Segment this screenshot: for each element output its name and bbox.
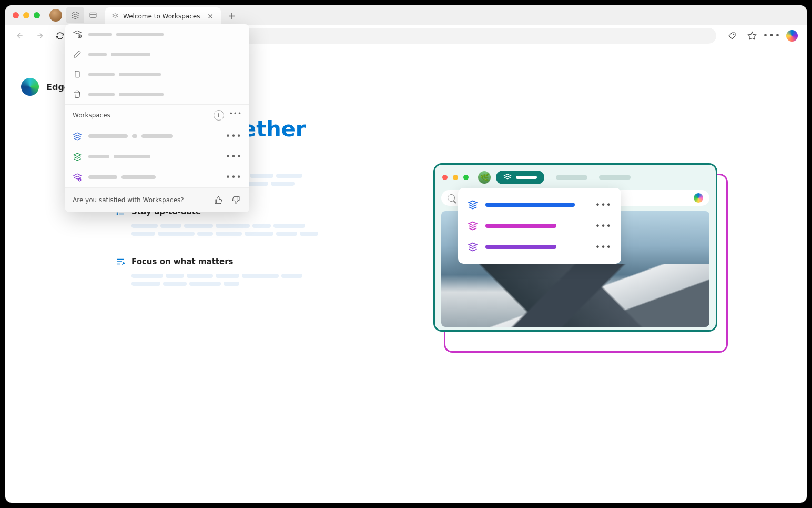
feature-title: Focus on what matters (131, 257, 234, 266)
section-more-button[interactable]: ••• (229, 110, 242, 121)
placeholder-text (131, 224, 326, 236)
forward-button[interactable] (32, 27, 48, 44)
workspace-icon (468, 242, 478, 252)
workspace-item[interactable]: ••• (65, 167, 249, 187)
back-button[interactable] (12, 27, 28, 44)
illus-close-icon (442, 175, 448, 180)
workspace-icon (468, 200, 478, 210)
svg-point-2 (733, 34, 734, 35)
workspaces-icon (503, 173, 512, 182)
illus-tab-placeholder (556, 175, 587, 180)
refresh-icon (56, 32, 64, 40)
maximize-window-button[interactable] (34, 12, 40, 18)
workspace-more-button[interactable]: ••• (226, 152, 242, 162)
dropdown-footer: Are you satisfied with Workspaces? (65, 187, 249, 212)
workspace-icon (73, 152, 82, 162)
new-tab-button[interactable]: + (224, 7, 240, 23)
manage-icon (73, 29, 82, 39)
workspace-more-button[interactable]: ••• (226, 131, 242, 141)
add-workspace-button[interactable]: + (214, 110, 224, 121)
workspace-item[interactable]: ••• (65, 126, 249, 146)
dropdown-section-header: Workspaces + ••• (65, 104, 249, 126)
more-icon: ••• (595, 221, 612, 231)
workspaces-dropdown: Workspaces + ••• ••• ••• ••• Are you sat… (65, 24, 249, 212)
workspace-icon (468, 221, 478, 231)
copilot-icon (694, 193, 703, 203)
thumbs-down-icon (232, 196, 240, 204)
illus-avatar-icon: 🌿 (478, 171, 491, 184)
titlebar: Welcome to Workspaces ✕ + (5, 5, 807, 25)
shopping-button[interactable] (724, 27, 740, 44)
pencil-icon (73, 49, 82, 59)
workspace-icon (73, 132, 82, 141)
focus-icon (116, 257, 125, 266)
illus-workspace-row: ••• (458, 236, 621, 257)
thumbs-up-icon (214, 196, 222, 204)
browser-tab[interactable]: Welcome to Workspaces ✕ (105, 7, 221, 25)
workspaces-icon (111, 13, 119, 20)
copilot-icon (786, 30, 798, 42)
illus-workspace-pill (496, 171, 544, 184)
feedback-question: Are you satisfied with Workspaces? (73, 196, 184, 204)
hero-illustration: 🌿 ••• (433, 163, 728, 353)
trash-icon (73, 89, 82, 99)
feature-item: Focus on what matters (116, 257, 326, 286)
svg-marker-3 (748, 32, 756, 39)
illus-row-label (485, 224, 556, 228)
profile-avatar[interactable] (49, 9, 62, 22)
dropdown-item-open[interactable] (65, 64, 249, 84)
workspaces-icon (70, 11, 80, 20)
search-icon (448, 194, 455, 202)
tab-close-button[interactable]: ✕ (206, 12, 215, 21)
svg-point-18 (78, 179, 79, 180)
svg-point-11 (117, 214, 118, 215)
more-icon: ••• (595, 242, 612, 252)
illus-workspace-row: ••• (458, 215, 621, 236)
tab-icon (89, 11, 97, 19)
workspace-item[interactable]: ••• (65, 146, 249, 167)
arrow-right-icon (36, 32, 44, 40)
thumbs-down-button[interactable] (230, 194, 242, 206)
illus-row-label (485, 203, 575, 207)
copilot-button[interactable] (784, 27, 800, 44)
dropdown-item-edit[interactable] (65, 44, 249, 64)
arrow-left-icon (16, 32, 24, 40)
section-label: Workspaces (73, 112, 110, 119)
dropdown-item-delete[interactable] (65, 84, 249, 104)
edge-logo-icon (21, 78, 39, 96)
illus-tab-placeholder (599, 175, 631, 180)
illus-row-label (485, 245, 556, 249)
minimize-window-button[interactable] (23, 12, 29, 18)
thumbs-up-button[interactable] (212, 194, 224, 206)
favorites-button[interactable] (744, 27, 760, 44)
tab-actions-button[interactable] (84, 7, 102, 23)
illus-workspace-popup: ••• ••• ••• (458, 188, 621, 264)
close-window-button[interactable] (13, 12, 19, 18)
placeholder-text (131, 274, 326, 286)
tablet-icon (73, 69, 82, 79)
illus-minimize-icon (453, 175, 458, 180)
illus-workspace-row: ••• (458, 194, 621, 215)
workspace-shared-icon (73, 173, 82, 182)
menu-button[interactable]: ••• (764, 27, 780, 44)
illus-maximize-icon (463, 175, 469, 180)
tab-title: Welcome to Workspaces (123, 13, 200, 20)
window-controls (13, 12, 40, 18)
workspace-more-button[interactable]: ••• (226, 172, 242, 182)
illustration-front-window: 🌿 ••• (433, 163, 717, 332)
more-icon: ••• (595, 200, 612, 210)
browser-window: Welcome to Workspaces ✕ + ••• (5, 5, 807, 503)
tag-icon (727, 31, 737, 41)
dropdown-item-manage[interactable] (65, 24, 249, 44)
svg-rect-0 (90, 13, 96, 17)
hero-heading-fragment: ether (242, 117, 791, 141)
svg-rect-15 (75, 71, 79, 77)
workspaces-button[interactable] (66, 7, 84, 23)
star-icon (747, 31, 757, 41)
more-icon: ••• (763, 31, 781, 41)
